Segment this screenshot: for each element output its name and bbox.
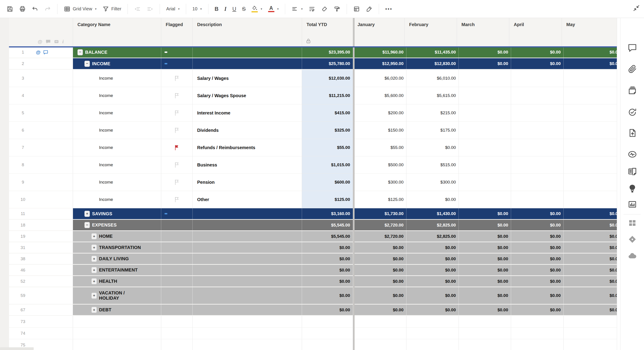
- month-cell-may[interactable]: $0.00: [564, 231, 617, 242]
- category-cell[interactable]: +VACATION / HOLIDAY: [73, 287, 161, 304]
- total-ytd-cell[interactable]: $325.00: [302, 122, 353, 139]
- month-cell-may[interactable]: [564, 174, 617, 191]
- description-cell[interactable]: Business: [193, 156, 302, 173]
- month-cell-january[interactable]: $0.00: [355, 276, 406, 287]
- fill-color-button[interactable]: ▾: [252, 6, 262, 12]
- description-cell[interactable]: Refunds / Reimbursements: [193, 139, 302, 156]
- category-cell[interactable]: Income: [73, 87, 161, 104]
- row-number-cell[interactable]: 18: [9, 220, 73, 230]
- bold-button[interactable]: B: [215, 6, 218, 12]
- flag-icon-red[interactable]: [174, 145, 180, 151]
- flagged-cell[interactable]: [161, 242, 193, 253]
- month-cell-may[interactable]: [564, 327, 617, 339]
- format-painter-button[interactable]: [334, 6, 340, 12]
- row-number-column-header[interactable]: @i: [9, 18, 73, 47]
- total-ytd-cell[interactable]: $0.00: [302, 242, 353, 253]
- sidebar-apps-button[interactable]: [627, 218, 638, 228]
- month-cell-may[interactable]: [564, 104, 617, 121]
- month-cell-january[interactable]: $5,600.00: [355, 87, 406, 104]
- month-cell-february[interactable]: $175.00: [406, 122, 459, 139]
- outdent-button[interactable]: [134, 6, 141, 12]
- month-cell-february[interactable]: $0.00: [406, 242, 459, 253]
- sidebar-whats-new-button[interactable]: [627, 184, 638, 194]
- month-cell-april[interactable]: $0.00: [511, 208, 564, 219]
- month-cell-may[interactable]: [564, 70, 617, 87]
- category-cell[interactable]: Income: [73, 191, 161, 208]
- month-cell-april[interactable]: $0.00: [511, 47, 564, 58]
- total-ytd-cell[interactable]: $55.00: [302, 139, 353, 156]
- row-number-cell[interactable]: 38: [9, 254, 73, 264]
- row-number-cell[interactable]: 1@: [9, 47, 73, 58]
- month-cell-march[interactable]: $0.00: [459, 58, 511, 69]
- column-header-category-name[interactable]: Category Name: [73, 18, 161, 47]
- redo-button[interactable]: [44, 6, 51, 12]
- month-cell-april[interactable]: $0.00: [511, 276, 564, 287]
- month-cell-february[interactable]: $515.00: [406, 156, 459, 173]
- flagged-cell[interactable]: [161, 156, 193, 173]
- month-cell-march[interactable]: [459, 70, 511, 87]
- text-color-button[interactable]: A▾: [268, 6, 279, 12]
- category-cell[interactable]: +HEALTH: [73, 276, 161, 287]
- sidebar-comments-button[interactable]: [627, 43, 638, 53]
- description-cell[interactable]: [193, 231, 302, 242]
- month-cell-may[interactable]: [564, 316, 617, 327]
- flagged-cell[interactable]: [161, 174, 193, 191]
- category-cell[interactable]: Income: [73, 174, 161, 191]
- filter-button[interactable]: Filter: [102, 6, 121, 12]
- month-cell-april[interactable]: $0.00: [511, 242, 564, 253]
- undo-button[interactable]: [32, 6, 38, 12]
- month-cell-january[interactable]: [355, 316, 406, 327]
- collapse-toolbar-button[interactable]: [633, 5, 640, 12]
- total-ytd-cell[interactable]: [302, 339, 353, 350]
- sidebar-activity-log-button[interactable]: [627, 149, 638, 160]
- month-cell-february[interactable]: $2,825.00: [406, 231, 459, 242]
- sidebar-publish-button[interactable]: [627, 128, 638, 138]
- total-ytd-cell[interactable]: [302, 327, 353, 339]
- month-cell-april[interactable]: [511, 156, 564, 173]
- row-number-cell[interactable]: 46: [9, 265, 73, 275]
- expand-toggle[interactable]: +: [92, 256, 97, 262]
- month-cell-april[interactable]: $0.00: [511, 58, 564, 69]
- month-cell-february[interactable]: $0.00: [406, 254, 459, 264]
- flag-icon-outline[interactable]: [174, 197, 180, 203]
- flag-icon-outline[interactable]: [174, 75, 180, 81]
- month-cell-march[interactable]: $0.00: [459, 208, 511, 219]
- category-cell[interactable]: Income: [73, 139, 161, 156]
- description-cell[interactable]: [193, 220, 302, 230]
- row-number-cell[interactable]: 5: [9, 104, 73, 121]
- comment-icon[interactable]: [43, 50, 48, 55]
- description-cell[interactable]: [193, 316, 302, 327]
- row-number-cell[interactable]: 31: [9, 242, 73, 253]
- month-cell-april[interactable]: [511, 339, 564, 350]
- collapse-toggle[interactable]: −: [78, 49, 83, 55]
- month-cell-february[interactable]: $0.00: [406, 191, 459, 208]
- category-cell[interactable]: Income: [73, 122, 161, 139]
- month-cell-may[interactable]: $0.00: [564, 208, 617, 219]
- category-cell[interactable]: [73, 316, 161, 327]
- month-cell-may[interactable]: [564, 191, 617, 208]
- month-cell-april[interactable]: [511, 139, 564, 156]
- month-cell-march[interactable]: $0.00: [459, 231, 511, 242]
- align-button[interactable]: ▾: [292, 6, 303, 12]
- column-header-total-ytd[interactable]: Total YTD: [302, 18, 353, 47]
- cell-format-button[interactable]: [353, 6, 360, 12]
- flagged-cell[interactable]: [161, 316, 193, 327]
- month-cell-march[interactable]: $0.00: [459, 220, 511, 230]
- month-cell-april[interactable]: [511, 104, 564, 121]
- sidebar-update-requests-button[interactable]: [627, 107, 638, 118]
- total-ytd-cell[interactable]: $0.00: [302, 276, 353, 287]
- month-cell-april[interactable]: $0.00: [511, 287, 564, 304]
- flag-icon-outline[interactable]: [174, 179, 180, 185]
- flagged-cell[interactable]: [161, 220, 193, 230]
- total-ytd-cell[interactable]: $1,015.00: [302, 156, 353, 173]
- frozen-column-divider[interactable]: [353, 18, 354, 350]
- month-cell-march[interactable]: [459, 327, 511, 339]
- month-cell-march[interactable]: $0.00: [459, 242, 511, 253]
- flagged-cell[interactable]: [161, 122, 193, 139]
- clear-format-button[interactable]: [321, 6, 328, 12]
- flagged-cell[interactable]: [161, 70, 193, 87]
- total-ytd-cell[interactable]: $415.00: [302, 104, 353, 121]
- month-cell-january[interactable]: $0.00: [355, 265, 406, 275]
- highlight-button[interactable]: [366, 6, 372, 12]
- month-cell-february[interactable]: [406, 316, 459, 327]
